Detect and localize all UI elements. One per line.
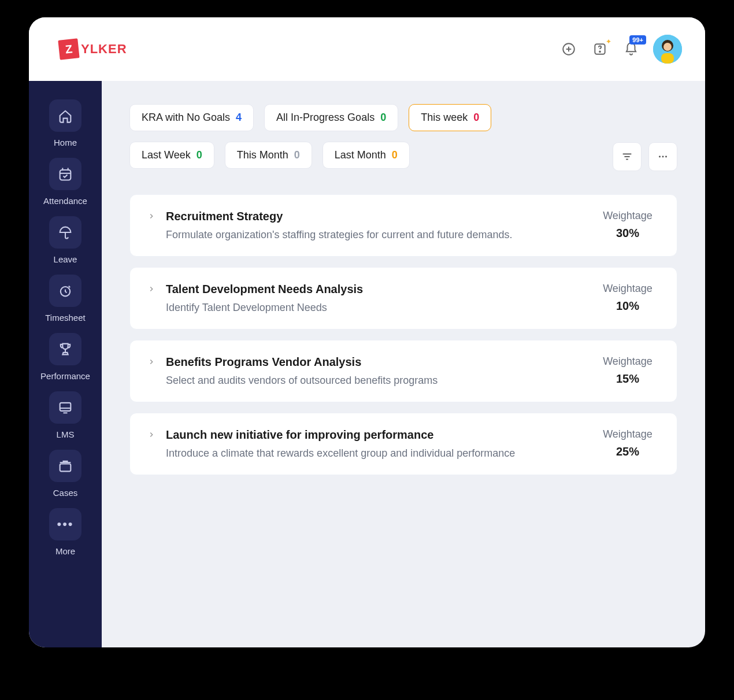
svg-rect-18: [60, 464, 71, 472]
monitor-icon: [49, 391, 81, 424]
chevron-right-icon[interactable]: [147, 431, 155, 441]
filter-chip-kra-with-no-goals[interactable]: KRA with No Goals4: [129, 104, 254, 131]
weightage-label: Weightage: [596, 210, 659, 222]
topbar: Z YLKER ✦ 99+: [29, 17, 705, 81]
home-icon: [49, 99, 81, 132]
weightage-label: Weightage: [596, 428, 659, 440]
kra-card[interactable]: Benefits Programs Vendor AnalysisSelect …: [129, 340, 677, 402]
sidebar-item-attendance[interactable]: Attendance: [29, 158, 102, 206]
sidebar-item-label: Attendance: [43, 196, 87, 206]
kra-title: Launch new initiative for improving perf…: [166, 428, 585, 442]
trophy-icon: [49, 333, 81, 365]
brand-initial: Z: [58, 38, 79, 60]
chip-label: Last Month: [335, 149, 386, 161]
kra-title: Talent Development Needs Analysis: [166, 283, 585, 296]
more-options-button[interactable]: [648, 142, 677, 171]
weightage-label: Weightage: [596, 355, 659, 368]
kra-card[interactable]: Talent Development Needs AnalysisIdentif…: [129, 267, 677, 329]
filter-chip-this-week[interactable]: This week0: [409, 104, 491, 131]
kra-weight: Weightage30%: [596, 210, 659, 240]
clock-icon: [49, 275, 81, 307]
kra-weight: Weightage10%: [596, 283, 659, 313]
calendar-icon: [49, 158, 81, 190]
avatar[interactable]: [653, 35, 682, 64]
svg-point-24: [662, 156, 664, 158]
chip-count: 0: [380, 112, 386, 124]
chip-label: All In-Progress Goals: [276, 112, 375, 124]
chip-label: This week: [421, 112, 468, 124]
umbrella-icon: [49, 216, 81, 249]
filter-chip-this-month[interactable]: This Month0: [225, 142, 312, 169]
main-content: KRA with No Goals4All In-Progress Goals0…: [102, 81, 705, 647]
kra-description: Select and audits vendors of outsourced …: [166, 375, 585, 387]
chip-count: 0: [294, 149, 300, 161]
chip-label: This Month: [237, 149, 288, 161]
sidebar-item-label: Performance: [40, 371, 90, 381]
chip-count: 4: [236, 112, 242, 124]
add-button[interactable]: [559, 40, 578, 58]
filter-chip-last-week[interactable]: Last Week0: [129, 142, 214, 169]
chip-count: 0: [197, 149, 202, 161]
filter-chips-row2: Last Week0This Month0Last Month0: [129, 142, 606, 169]
sidebar-item-leave[interactable]: Leave: [29, 216, 102, 264]
sidebar-item-label: Home: [54, 138, 77, 147]
kra-description: Introduce a climate that rewards excelle…: [166, 447, 585, 460]
app-window: Z YLKER ✦ 99+ HomeAttendanceLeaveTimeshe…: [29, 17, 705, 647]
kra-title: Benefits Programs Vendor Analysis: [166, 355, 585, 369]
sidebar-item-lms[interactable]: LMS: [29, 391, 102, 439]
notifications-button[interactable]: 99+: [622, 40, 640, 58]
sidebar-item-more[interactable]: •••More: [29, 508, 102, 556]
sidebar-item-label: More: [55, 546, 75, 556]
more-icon: •••: [49, 508, 81, 540]
kra-card[interactable]: Launch new initiative for improving perf…: [129, 413, 677, 475]
svg-rect-8: [661, 53, 674, 64]
svg-point-7: [663, 43, 672, 51]
chip-label: KRA with No Goals: [142, 112, 230, 124]
kra-title: Recruitment Strategy: [166, 210, 585, 223]
sidebar-item-label: LMS: [57, 429, 75, 439]
filter-chip-last-month[interactable]: Last Month0: [322, 142, 410, 169]
weightage-value: 30%: [596, 227, 659, 240]
chevron-right-icon[interactable]: [147, 212, 155, 223]
sidebar-item-label: Timesheet: [45, 313, 85, 323]
kra-main: Talent Development Needs AnalysisIdentif…: [166, 283, 585, 314]
kra-main: Recruitment StrategyFormulate organizati…: [166, 210, 585, 241]
svg-point-23: [659, 156, 661, 158]
sidebar-item-home[interactable]: Home: [29, 99, 102, 147]
chevron-right-icon[interactable]: [147, 285, 155, 295]
weightage-value: 15%: [596, 372, 659, 386]
sidebar-item-performance[interactable]: Performance: [29, 333, 102, 381]
svg-rect-15: [60, 403, 71, 411]
briefcase-icon: [49, 450, 81, 482]
kra-weight: Weightage15%: [596, 355, 659, 386]
kra-card[interactable]: Recruitment StrategyFormulate organizati…: [129, 194, 677, 257]
svg-point-4: [599, 51, 600, 52]
filter-button[interactable]: [613, 142, 642, 171]
sidebar-item-timesheet[interactable]: Timesheet: [29, 275, 102, 323]
kra-weight: Weightage25%: [596, 428, 659, 458]
brand-name: YLKER: [81, 42, 127, 57]
weightage-label: Weightage: [596, 283, 659, 295]
chevron-right-icon[interactable]: [147, 358, 155, 368]
filter-chip-all-in-progress-goals[interactable]: All In-Progress Goals0: [264, 104, 398, 131]
sparkle-icon: ✦: [606, 38, 611, 46]
sidebar-item-label: Cases: [53, 488, 78, 498]
kra-description: Identify Talent Development Needs: [166, 302, 585, 314]
weightage-value: 25%: [596, 445, 659, 458]
chip-count: 0: [392, 149, 398, 161]
svg-point-25: [665, 156, 667, 158]
help-button[interactable]: ✦: [591, 40, 609, 58]
kra-list: Recruitment StrategyFormulate organizati…: [129, 194, 677, 475]
svg-rect-9: [60, 170, 71, 180]
kra-main: Benefits Programs Vendor AnalysisSelect …: [166, 355, 585, 387]
top-actions: ✦ 99+: [559, 35, 682, 64]
kra-description: Formulate organization's staffing strate…: [166, 229, 585, 241]
sidebar-item-cases[interactable]: Cases: [29, 450, 102, 498]
chip-label: Last Week: [142, 149, 191, 161]
sidebar-item-label: Leave: [54, 254, 77, 264]
notification-badge: 99+: [629, 35, 646, 45]
kra-main: Launch new initiative for improving perf…: [166, 428, 585, 460]
brand-logo: Z YLKER: [59, 39, 127, 59]
chip-count: 0: [473, 112, 479, 124]
filter-chips-row1: KRA with No Goals4All In-Progress Goals0…: [129, 104, 606, 131]
